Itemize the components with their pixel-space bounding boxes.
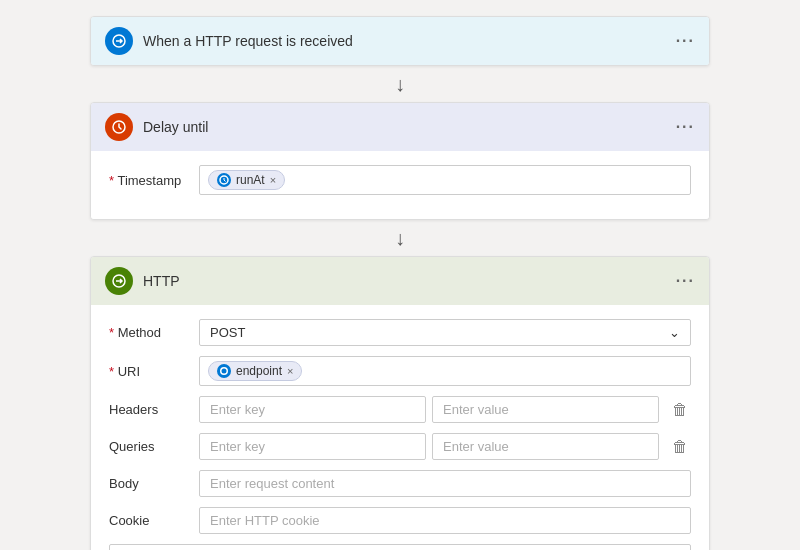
timestamp-input[interactable]: runAt × xyxy=(199,165,691,195)
timestamp-row: Timestamp runAt × xyxy=(109,165,691,195)
method-row: Method POST ⌄ xyxy=(109,319,691,346)
cookie-input[interactable] xyxy=(199,507,691,534)
queries-label: Queries xyxy=(109,439,189,454)
http-icon xyxy=(105,267,133,295)
http-more-button[interactable]: ··· xyxy=(676,272,695,290)
delay-icon xyxy=(105,113,133,141)
flow-container: When a HTTP request is received ··· ↓ De… xyxy=(90,16,710,550)
trigger-card: When a HTTP request is received ··· xyxy=(90,16,710,66)
http-header: HTTP ··· xyxy=(91,257,709,305)
headers-delete-icon[interactable]: 🗑 xyxy=(669,401,691,419)
queries-value-input[interactable] xyxy=(432,433,659,460)
delay-title: Delay until xyxy=(143,119,666,135)
arrow-1: ↓ xyxy=(395,66,405,102)
headers-key-input[interactable] xyxy=(199,396,426,423)
token-icon xyxy=(217,173,231,187)
body-input[interactable] xyxy=(199,470,691,497)
delay-body: Timestamp runAt × xyxy=(91,151,709,219)
method-chevron-icon: ⌄ xyxy=(669,325,680,340)
add-param-row[interactable]: Add new parameter ⌄ xyxy=(109,544,691,550)
runat-token: runAt × xyxy=(208,170,285,190)
headers-row: Headers 🗑 xyxy=(109,396,691,423)
uri-input[interactable]: endpoint × xyxy=(199,356,691,386)
runat-token-close[interactable]: × xyxy=(270,174,276,186)
headers-inputs xyxy=(199,396,659,423)
trigger-more-button[interactable]: ··· xyxy=(676,32,695,50)
runat-token-label: runAt xyxy=(236,173,265,187)
endpoint-token-label: endpoint xyxy=(236,364,282,378)
cookie-row: Cookie xyxy=(109,507,691,534)
timestamp-label: Timestamp xyxy=(109,173,189,188)
queries-inputs xyxy=(199,433,659,460)
headers-label: Headers xyxy=(109,402,189,417)
delay-card: Delay until ··· Timestamp runAt × xyxy=(90,102,710,220)
method-value: POST xyxy=(210,325,245,340)
method-label: Method xyxy=(109,325,189,340)
arrow-2: ↓ xyxy=(395,220,405,256)
delay-header: Delay until ··· xyxy=(91,103,709,151)
endpoint-token: endpoint × xyxy=(208,361,302,381)
uri-row: URI endpoint × xyxy=(109,356,691,386)
delay-more-button[interactable]: ··· xyxy=(676,118,695,136)
trigger-title: When a HTTP request is received xyxy=(143,33,666,49)
http-card: HTTP ··· Method POST ⌄ URI xyxy=(90,256,710,550)
queries-key-input[interactable] xyxy=(199,433,426,460)
queries-delete-icon[interactable]: 🗑 xyxy=(669,438,691,456)
body-label: Body xyxy=(109,476,189,491)
queries-row: Queries 🗑 xyxy=(109,433,691,460)
uri-label: URI xyxy=(109,364,189,379)
cookie-label: Cookie xyxy=(109,513,189,528)
body-row: Body xyxy=(109,470,691,497)
http-body: Method POST ⌄ URI endpoint × xyxy=(91,305,709,550)
method-select[interactable]: POST ⌄ xyxy=(199,319,691,346)
trigger-icon xyxy=(105,27,133,55)
http-title: HTTP xyxy=(143,273,666,289)
trigger-header: When a HTTP request is received ··· xyxy=(91,17,709,65)
headers-value-input[interactable] xyxy=(432,396,659,423)
endpoint-token-icon xyxy=(217,364,231,378)
endpoint-token-close[interactable]: × xyxy=(287,365,293,377)
